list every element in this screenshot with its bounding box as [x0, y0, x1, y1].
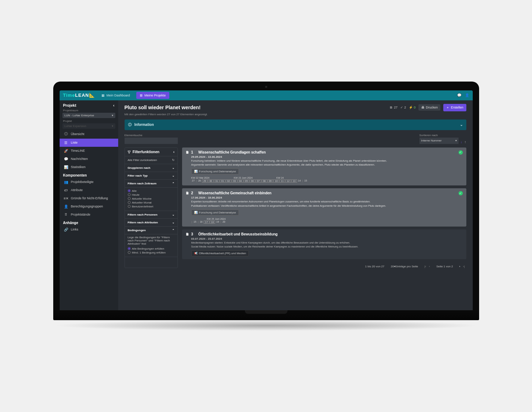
- radio-week[interactable]: Aktuelle Woche: [128, 197, 175, 201]
- nav-projects-label: Meine Projekte: [144, 94, 166, 97]
- sidebar-item-reasons[interactable]: ≡✕Gründe für Nicht-Erfüllung: [60, 194, 118, 202]
- sidebar-item-links[interactable]: 🔗Links: [60, 226, 118, 234]
- radio-month[interactable]: Aktueller Monat: [128, 201, 175, 205]
- sidebar-item-attributes[interactable]: 🏷Attribute: [60, 186, 118, 194]
- pagination: 1 bis 20 von 27 20▾Einträge pro Seite |‹…: [182, 262, 466, 268]
- chevron-down-icon: ⌄: [172, 174, 175, 177]
- sort-select[interactable]: Interne Nummer▾: [419, 138, 459, 144]
- card-desc: Argumente sammeln: Sammle und analysiere…: [191, 163, 463, 167]
- room-label: Projektraum: [60, 108, 118, 112]
- chevron-up-icon: ⌃: [172, 229, 175, 232]
- next-page-icon[interactable]: ›: [459, 265, 460, 268]
- refresh-icon: ↻: [172, 158, 175, 162]
- bolts-counter: ⚡0: [409, 106, 416, 109]
- tag-icon: 🏷: [64, 188, 68, 192]
- sidebar-item-states[interactable]: ⠿Projektstände: [60, 211, 118, 219]
- main-content: Pluto soll wieder Planet werden! 🗎27 ✓2 …: [118, 100, 473, 310]
- group-icon: 👤: [64, 205, 68, 208]
- docs-counter: 🗎27: [390, 106, 397, 109]
- room-select[interactable]: LUN - LuNar Enterprise▾: [62, 113, 115, 118]
- doc-icon: 🗎: [186, 191, 189, 195]
- print-icon: 🖶: [421, 106, 424, 109]
- info-banner[interactable]: ⓘ Information ⌄: [125, 119, 466, 130]
- list-item[interactable]: ✓ 🗎1 Wissenschaftliche Grundlagen schaff…: [182, 147, 466, 186]
- doc-icon: 🗎: [186, 150, 189, 154]
- sidebar-item-participants[interactable]: 👥Projektbeteiligte: [60, 178, 118, 186]
- card-desc: Medienkampagnen starten: Entwickle und f…: [191, 241, 463, 245]
- sidebar-item-messages[interactable]: 💬Nachrichten: [60, 155, 118, 163]
- sidebar-item-groups[interactable]: 👤Berechtigungsgruppen: [60, 202, 118, 211]
- megaphone-icon: 📢: [194, 252, 198, 255]
- info-icon: ⓘ: [64, 132, 68, 137]
- filter-header: ▽ Filterfunktionen ‹: [125, 148, 177, 156]
- chevron-down-icon: ⌄: [172, 213, 175, 216]
- page-title: Pluto soll wieder Planet werden!: [125, 105, 387, 110]
- sort-up-icon[interactable]: ↑: [465, 140, 466, 144]
- category-tag: 📊Forschung und Datenanalyse: [191, 168, 239, 174]
- radio-cond-all[interactable]: Alle Bedingungen erfüllen: [128, 247, 175, 251]
- chevron-down-icon: ▾: [112, 114, 113, 117]
- nav-dashboard-label: Mein Dashboard: [106, 94, 130, 97]
- list-item[interactable]: ✓ 🗎2 Wissenschaftliche Gemeinschaft einb…: [182, 188, 466, 227]
- chevron-down-icon: ⌄: [460, 123, 463, 127]
- cancel-icon: ≡✕: [64, 196, 68, 200]
- nav-projects[interactable]: ⊞ Meine Projekte: [136, 92, 169, 99]
- collapse-icon[interactable]: ‹: [113, 103, 115, 107]
- radio-today[interactable]: Heute: [128, 193, 175, 197]
- search-input[interactable]: [125, 138, 178, 144]
- card-date: 03.07.2024 - 23.07.2024: [191, 237, 463, 240]
- filter-person[interactable]: Filtern nach Personen⌄: [125, 211, 177, 219]
- sort-down-icon[interactable]: ↓: [461, 140, 462, 144]
- list-item[interactable]: 🗎3 Öffentlichkeitsarbeit und Bewusstsein…: [182, 229, 466, 260]
- nav-dashboard[interactable]: ▦ Mein Dashboard: [98, 92, 133, 99]
- link-icon: 🔗: [64, 228, 68, 232]
- create-button[interactable]: ＋Erstellen: [443, 104, 466, 111]
- sidebar-item-stats[interactable]: 📊Statistiken: [60, 163, 118, 171]
- filter-panel: ▽ Filterfunktionen ‹ Alle Filter zurücks…: [125, 147, 178, 268]
- pagination-page: Seite 1 von 2: [436, 265, 453, 268]
- info-icon: ⓘ: [128, 122, 132, 127]
- chevron-up-icon: ⌃: [172, 182, 175, 185]
- sidebar-item-list[interactable]: ☰Liste: [60, 139, 118, 147]
- info-banner-label: Information: [135, 123, 154, 127]
- user-icon[interactable]: 👤: [465, 93, 469, 97]
- filter-type[interactable]: Filter nach Typ⌄: [125, 172, 177, 180]
- plus-icon: ＋: [446, 105, 449, 110]
- status-badge: ✓: [459, 150, 463, 155]
- collapse-icon[interactable]: ‹: [173, 150, 174, 154]
- item-list: ✓ 🗎1 Wissenschaftliche Grundlagen schaff…: [182, 147, 466, 268]
- prev-page-icon[interactable]: ‹: [429, 265, 430, 268]
- chat-icon[interactable]: 💬: [457, 93, 461, 97]
- checks-counter: ✓2: [400, 106, 406, 109]
- project-label: Projekt: [60, 119, 118, 123]
- category-tag: 📊Forschung und Datenanalyse: [191, 210, 239, 216]
- radio-custom[interactable]: Benutzerdefiniert: [128, 205, 175, 208]
- category-tag: 📢Öffentlichkeitsarbeit (PR) und Medien: [191, 250, 249, 256]
- radio-cond-one[interactable]: Mind. 1 Bedingung erfüllen: [128, 251, 175, 255]
- chat-icon: 💬: [64, 157, 68, 161]
- filter-attr[interactable]: Filtern nach Attributen⌄: [125, 219, 177, 227]
- card-date: 29.05.2024 - 13.06.2024: [191, 155, 463, 158]
- sidebar: Projekt ‹ Projektraum LUN - LuNar Enterp…: [60, 100, 118, 310]
- sidebar-header: Projekt ‹: [60, 102, 118, 108]
- people-icon: 👥: [64, 180, 68, 184]
- last-page-icon[interactable]: ›|: [463, 265, 465, 268]
- projects-icon: ⊞: [140, 94, 143, 97]
- app-window: TimeLEAN📐 ▦ Mein Dashboard ⊞ Meine Proje…: [60, 90, 473, 310]
- print-button[interactable]: 🖶Drucken: [418, 104, 441, 111]
- filter-reset[interactable]: Alle Filter zurücksetzen↻: [125, 156, 177, 164]
- pagination-perpage[interactable]: 20▾Einträge pro Seite: [391, 265, 418, 268]
- chart-icon: 📊: [194, 211, 198, 214]
- project-select[interactable]: LuNar Expansion▾: [62, 123, 115, 129]
- sidebar-item-overview[interactable]: ⓘÜbersicht: [60, 129, 118, 139]
- radio-all[interactable]: Alle: [128, 189, 175, 193]
- rocket-icon: 🚀: [64, 149, 68, 153]
- filter-conditions[interactable]: Bedingungen⌃: [125, 227, 177, 234]
- sidebar-item-timeline[interactable]: 🚀TimeLINE: [60, 147, 118, 155]
- search-label: Elementsuche: [125, 134, 178, 137]
- first-page-icon[interactable]: |‹: [424, 265, 426, 268]
- filter-time[interactable]: Filtern nach Zeitraum⌃: [125, 180, 177, 188]
- grid-icon: ⠿: [64, 213, 68, 217]
- filter-groupby[interactable]: Gruppieren nach⌄: [125, 164, 177, 172]
- attachments-header: Anhänge: [60, 219, 118, 226]
